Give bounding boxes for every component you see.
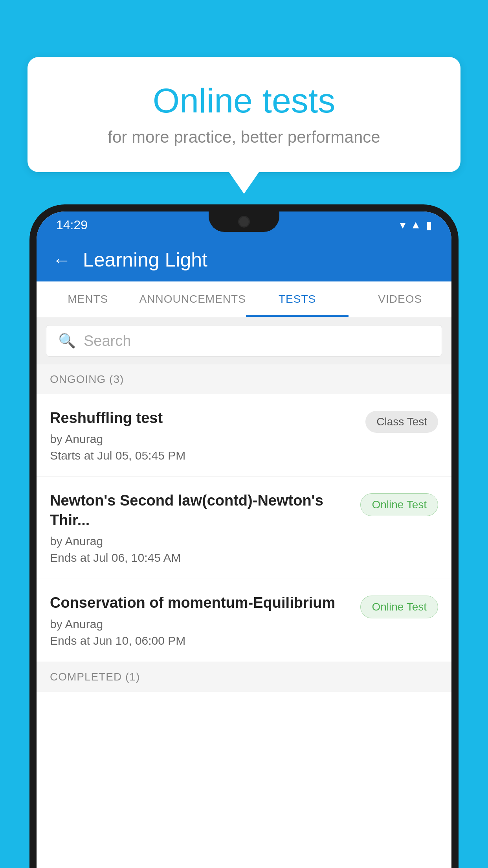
tab-announcements[interactable]: ANNOUNCEMENTS — [139, 281, 246, 317]
speech-bubble-container: Online tests for more practice, better p… — [28, 57, 460, 172]
completed-label: COMPLETED (1) — [50, 671, 140, 683]
search-container: 🔍 Search — [37, 317, 451, 364]
test-item[interactable]: Conservation of momentum-Equilibrium by … — [37, 579, 451, 662]
status-time: 14:29 — [56, 218, 88, 232]
phone-notch — [209, 211, 279, 232]
test-title: Conservation of momentum-Equilibrium — [50, 593, 352, 612]
phone-camera — [238, 216, 250, 228]
bubble-subtitle: for more practice, better performance — [59, 128, 429, 147]
tab-ments[interactable]: MENTS — [37, 281, 139, 317]
tab-tests[interactable]: TESTS — [246, 281, 349, 317]
test-author: by Anurag — [50, 618, 352, 631]
test-item[interactable]: Reshuffling test by Anurag Starts at Jul… — [37, 394, 451, 477]
test-title: Newton's Second law(contd)-Newton's Thir… — [50, 491, 352, 530]
test-badge: Class Test — [365, 411, 438, 433]
wifi-icon: ▾ — [400, 219, 405, 232]
phone-frame: 14:29 ▾ ▲ ▮ ← Learning Light MENTS ANNOU… — [29, 204, 459, 868]
tabs-container: MENTS ANNOUNCEMENTS TESTS VIDEOS — [37, 281, 451, 317]
test-author: by Anurag — [50, 432, 358, 446]
test-author: by Anurag — [50, 535, 352, 548]
search-input[interactable]: Search — [84, 333, 131, 349]
test-info: Reshuffling test by Anurag Starts at Jul… — [50, 408, 365, 462]
test-time: Ends at Jun 10, 06:00 PM — [50, 634, 352, 647]
back-button[interactable]: ← — [52, 249, 71, 271]
bubble-title: Online tests — [59, 81, 429, 121]
phone-container: 14:29 ▾ ▲ ▮ ← Learning Light MENTS ANNOU… — [29, 204, 459, 868]
test-badge: Online Test — [360, 493, 438, 516]
test-info: Conservation of momentum-Equilibrium by … — [50, 593, 360, 647]
test-time: Ends at Jul 06, 10:45 AM — [50, 551, 352, 565]
test-item[interactable]: Newton's Second law(contd)-Newton's Thir… — [37, 477, 451, 579]
status-icons: ▾ ▲ ▮ — [400, 219, 432, 232]
ongoing-label: ONGOING (3) — [50, 373, 124, 385]
signal-icon: ▲ — [410, 219, 421, 231]
test-title: Reshuffling test — [50, 408, 358, 428]
test-time: Starts at Jul 05, 05:45 PM — [50, 449, 358, 462]
ongoing-section-header: ONGOING (3) — [37, 364, 451, 394]
test-list: Reshuffling test by Anurag Starts at Jul… — [37, 394, 451, 662]
search-icon: 🔍 — [58, 333, 76, 349]
tab-videos[interactable]: VIDEOS — [349, 281, 451, 317]
app-title: Learning Light — [83, 248, 207, 271]
phone-screen: 14:29 ▾ ▲ ▮ ← Learning Light MENTS ANNOU… — [37, 211, 451, 868]
speech-bubble: Online tests for more practice, better p… — [28, 57, 460, 172]
search-bar[interactable]: 🔍 Search — [46, 325, 442, 357]
test-info: Newton's Second law(contd)-Newton's Thir… — [50, 491, 360, 565]
app-bar: ← Learning Light — [37, 238, 451, 281]
test-badge: Online Test — [360, 596, 438, 618]
completed-section-header: COMPLETED (1) — [37, 662, 451, 692]
battery-icon: ▮ — [426, 219, 432, 232]
